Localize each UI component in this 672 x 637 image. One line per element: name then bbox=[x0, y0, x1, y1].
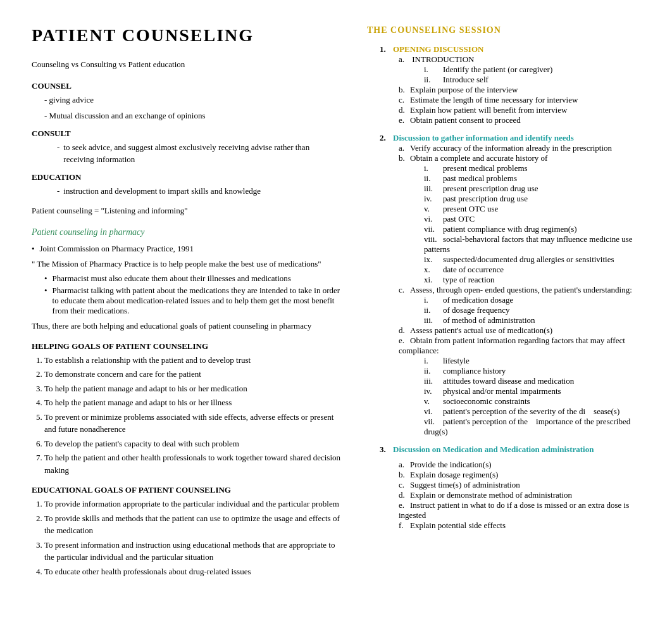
s2-e-ii: ii.compliance history bbox=[424, 366, 640, 376]
s2-e-vii: vii.patient's perception of the importan… bbox=[424, 417, 640, 437]
jcpp-bullet-container: • Joint Commission on Pharmacy Practice,… bbox=[32, 244, 342, 254]
s2-b-vii: vii.patient compliance with drug regimen… bbox=[424, 224, 640, 234]
mission-bullet-2: • Pharmacist talking with patient about … bbox=[44, 286, 342, 316]
right-column: THE COUNSELING SESSION 1. OPENING DISCUS… bbox=[367, 25, 640, 581]
educational-goal-2: To provide skills and methods that the p… bbox=[44, 512, 342, 537]
section-2-num: 2. bbox=[380, 133, 386, 142]
s3-e: e.Instruct patient in what to do if a do… bbox=[399, 500, 640, 520]
consult-heading: CONSULT bbox=[32, 129, 342, 139]
s2-b-i: i.present medical problems bbox=[424, 163, 640, 173]
s3-d: d.Explain or demonstrate method of admin… bbox=[399, 490, 640, 500]
section-1-subsections: a. INTRODUCTION i.Identify the patient (… bbox=[399, 54, 640, 125]
s2-c-iii: iii.of method of administration bbox=[424, 315, 640, 325]
left-column: PATIENT COUNSELING Counseling vs Consult… bbox=[32, 25, 342, 581]
thus-text: Thus, there are both helping and educati… bbox=[32, 320, 342, 332]
section-1-num: 1. bbox=[380, 44, 386, 54]
bullet-dot-2: • bbox=[44, 274, 47, 284]
helping-goal-7: To help the patient and other health pro… bbox=[44, 451, 342, 476]
section-1-label: OPENING DISCUSSION bbox=[393, 44, 483, 54]
s2-e-i: i.lifestyle bbox=[424, 356, 640, 366]
s2-c-ii: ii.of dosage frequency bbox=[424, 305, 640, 315]
s2-b-vi: vi.past OTC bbox=[424, 214, 640, 224]
section-2: 2. Discussion to gather information and … bbox=[367, 133, 640, 437]
educational-goal-3: To present information and instruction u… bbox=[44, 539, 342, 564]
s2-b-ix: ix.suspected/documented drug allergies o… bbox=[424, 255, 640, 265]
s2-c-i: i.of medication dosage bbox=[424, 295, 640, 305]
s3-f: f.Explain potential side effects bbox=[399, 520, 640, 531]
educational-heading: EDUCATIONAL GOALS OF PATIENT COUNSELING bbox=[32, 485, 342, 495]
section-3-label: Discussion on Medication and Medication … bbox=[393, 445, 594, 454]
page-container: PATIENT COUNSELING Counseling vs Consult… bbox=[32, 25, 640, 581]
patient-counseling-def: Patient counseling = "Listening and info… bbox=[32, 205, 342, 217]
helping-heading: HELPING GOALS OF PATIENT COUNSELING bbox=[32, 341, 342, 351]
section-2-subsections: a.Verify accuracy of the information alr… bbox=[399, 143, 640, 437]
s2-d: d.Assess patient's actual use of medicat… bbox=[399, 325, 640, 336]
main-title: PATIENT COUNSELING bbox=[32, 25, 342, 46]
counsel-item-1: - giving advice bbox=[44, 94, 342, 106]
helping-goal-6: To develop the patient's capacity to dea… bbox=[44, 438, 342, 450]
s3-c: c.Suggest time(s) of administration bbox=[399, 480, 640, 490]
section-2-label2: and identify needs bbox=[510, 133, 574, 142]
counsel-heading: COUNSEL bbox=[32, 81, 342, 91]
consult-items: - to seek advice, and suggest almost exc… bbox=[44, 141, 342, 166]
educational-goal-1: To provide information appropriate to th… bbox=[44, 498, 342, 510]
education-dash-item: - instruction and development to impart … bbox=[57, 185, 342, 198]
bullet-dot-3: • bbox=[44, 286, 47, 316]
s2-e-iii: iii.attitudes toward disease and medicat… bbox=[424, 376, 640, 386]
s2-e-vi: vi.patient's perception of the severity … bbox=[424, 407, 640, 417]
section-1: 1. OPENING DISCUSSION a. INTRODUCTION i.… bbox=[367, 44, 640, 125]
s2-b-iii: iii.present prescription drug use bbox=[424, 184, 640, 194]
helping-goals-list: To establish a relationship with the pat… bbox=[44, 354, 342, 477]
education-item-1: instruction and development to impart sk… bbox=[63, 185, 261, 198]
s3-b: b.Explain dosage regimen(s) bbox=[399, 470, 640, 480]
green-heading: Patient counseling in pharmacy bbox=[32, 227, 342, 237]
s2-b-viii: viii.social-behavioral factors that may … bbox=[424, 234, 640, 255]
s2-b-items: i.present medical problems ii.past medic… bbox=[424, 163, 640, 285]
s2-b-iv: iv.past prescription drug use bbox=[424, 194, 640, 204]
consult-item-1: to seek advice, and suggest almost exclu… bbox=[63, 141, 342, 166]
mission-bullet-1: • Pharmacist must also educate them abou… bbox=[44, 274, 342, 284]
helping-goal-4: To help the patient manage and adapt to … bbox=[44, 396, 342, 409]
section-3-num: 3. bbox=[380, 445, 386, 454]
education-items: - instruction and development to impart … bbox=[44, 185, 342, 198]
sub-c: c.Estimate the length of time necessary … bbox=[399, 95, 640, 105]
education-heading: EDUCATION bbox=[32, 172, 342, 182]
s2-e-items: i.lifestyle ii.compliance history iii.at… bbox=[424, 356, 640, 437]
section-2-label: Discussion to gather information bbox=[393, 133, 507, 142]
section-3: 3. Discussion on Medication and Medicati… bbox=[367, 445, 640, 531]
s2-b-ii: ii.past medical problems bbox=[424, 173, 640, 184]
counsel-item-2: - Mutual discussion and an exchange of o… bbox=[44, 110, 342, 122]
s2-b-xi: xi.type of reaction bbox=[424, 275, 640, 285]
s2-b-v: v.present OTC use bbox=[424, 204, 640, 214]
intro-i: i.Identify the patient (or caregiver) bbox=[424, 65, 640, 75]
helping-goal-5: To prevent or minimize problems associat… bbox=[44, 411, 342, 436]
s2-b: b.Obtain a complete and accurate history… bbox=[399, 153, 640, 285]
s2-e: e.Obtain from patient information regard… bbox=[399, 336, 640, 437]
helping-goal-2: To demonstrate concern and care for the … bbox=[44, 368, 342, 381]
educational-goals-list: To provide information appropriate to th… bbox=[44, 498, 342, 577]
mission-bullet-text-2: Pharmacist talking with patient about th… bbox=[53, 286, 342, 316]
s2-e-v: v.socioeconomic constraints bbox=[424, 396, 640, 407]
s2-c-items: i.of medication dosage ii.of dosage freq… bbox=[424, 295, 640, 325]
sub-b: b.Explain purpose of the interview bbox=[399, 85, 640, 95]
sub-d: d.Explain how patient will benefit from … bbox=[399, 105, 640, 115]
jcpp-bullet-item: • Joint Commission on Pharmacy Practice,… bbox=[32, 244, 342, 254]
mission-bullets: • Pharmacist must also educate them abou… bbox=[44, 274, 342, 316]
helping-goal-1: To establish a relationship with the pat… bbox=[44, 354, 342, 367]
intro-label: INTRODUCTION bbox=[412, 54, 474, 64]
right-title: THE COUNSELING SESSION bbox=[367, 25, 640, 35]
s2-a: a.Verify accuracy of the information alr… bbox=[399, 143, 640, 153]
intro-ii: ii.Introduce self bbox=[424, 75, 640, 85]
bullet-dot: • bbox=[32, 244, 35, 254]
sub-e: e.Obtain patient consent to proceed bbox=[399, 115, 640, 125]
mission-bullet-text-1: Pharmacist must also educate them about … bbox=[53, 274, 291, 284]
s3-a: a.Provide the indication(s) bbox=[399, 460, 640, 470]
jcpp-bullet-text: Joint Commission on Pharmacy Practice, 1… bbox=[40, 244, 194, 254]
s2-c: c.Assess, through open- ended questions,… bbox=[399, 285, 640, 325]
mission-text: " The Mission of Pharmacy Practice is to… bbox=[32, 258, 342, 270]
sub-a: a. INTRODUCTION bbox=[399, 54, 640, 65]
section-3-subsections: a.Provide the indication(s) b.Explain do… bbox=[399, 460, 640, 531]
educational-goal-4: To educate other health professionals ab… bbox=[44, 565, 342, 578]
subtitle: Counseling vs Consulting vs Patient educ… bbox=[32, 58, 342, 71]
s2-b-x: x.date of occurrence bbox=[424, 265, 640, 275]
